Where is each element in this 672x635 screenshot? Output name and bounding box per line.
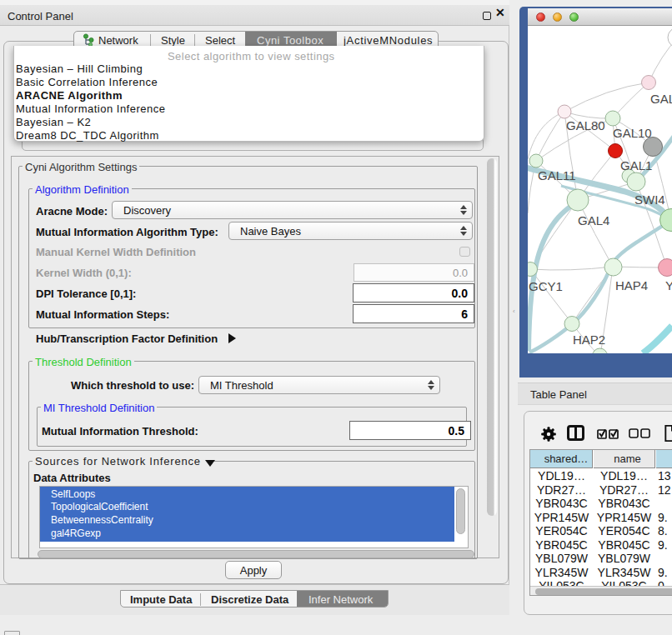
svg-text:SWI4: SWI4 (634, 192, 665, 207)
svg-text:GCY1: GCY1 (529, 279, 563, 293)
svg-text:HAP2: HAP2 (573, 332, 605, 347)
svg-text:GAL1: GAL1 (620, 158, 652, 172)
svg-text:GAL11: GAL11 (538, 168, 576, 182)
svg-text:GAL10: GAL10 (613, 126, 652, 140)
svg-text:GAL80: GAL80 (566, 118, 605, 132)
svg-text:GAL: GAL (650, 92, 672, 106)
svg-text:GAL4: GAL4 (578, 213, 609, 228)
svg-text:Y: Y (665, 278, 672, 292)
svg-text:HAP4: HAP4 (615, 278, 648, 292)
